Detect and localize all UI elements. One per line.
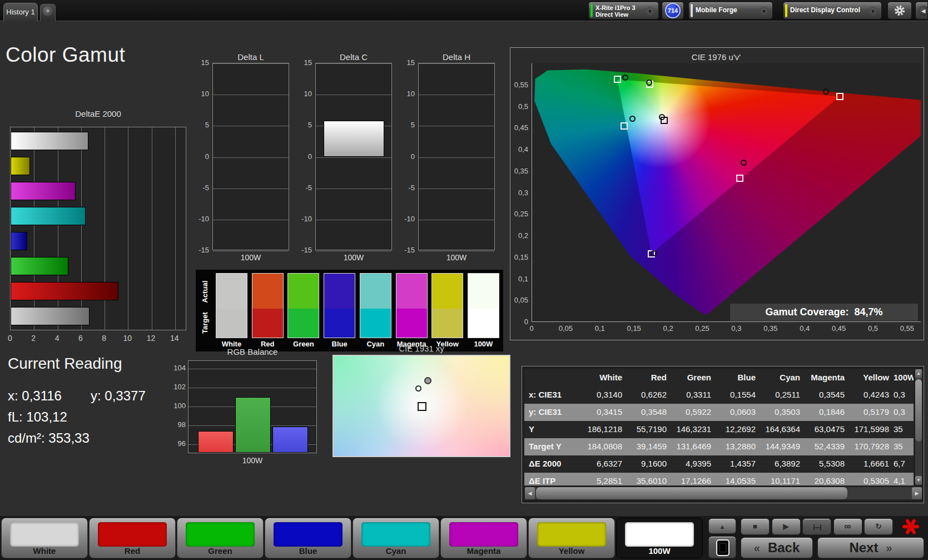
plus-icon: +: [43, 6, 53, 16]
deltae2000-title: DeltaE 2000: [10, 109, 186, 118]
bar-red: [198, 431, 234, 453]
vscroll-handle[interactable]: [915, 379, 922, 442]
target-cyan: [621, 122, 628, 130]
gridline: [188, 369, 316, 369]
cell: 10,1171: [760, 476, 800, 485]
column-header-red: Red: [627, 373, 667, 382]
tab-history-1[interactable]: History 1: [3, 3, 38, 21]
pattern-button-yellow[interactable]: Yellow: [528, 518, 615, 558]
pattern-button-blue[interactable]: Blue: [265, 518, 351, 558]
source-dropdown[interactable]: Mobile Forge ▼: [688, 2, 773, 19]
scroll-right-button[interactable]: ▶: [912, 487, 922, 499]
column-header-magenta: Magenta: [805, 373, 845, 382]
chevron-down-icon: ▼: [868, 7, 878, 17]
meter-name: X-Rite i1Pro 3Direct View: [595, 4, 636, 18]
table-hscrollbar[interactable]: ◀▶: [524, 487, 922, 500]
cell: 0,3: [894, 407, 914, 417]
pattern-swatch: [186, 522, 255, 547]
table-vscrollbar[interactable]: ▲▼: [915, 369, 922, 485]
measured-green: [622, 75, 628, 81]
axis-tick-label: 0,45: [828, 324, 850, 333]
delta_h-title: Delta H: [418, 52, 495, 62]
actual-row-label: Actual: [201, 275, 209, 309]
target-swatch: [288, 309, 319, 338]
scroll-up-button[interactable]: ▲: [915, 369, 922, 378]
pattern-button-magenta[interactable]: Magenta: [440, 518, 527, 558]
add-tab-button[interactable]: +: [40, 4, 56, 21]
pattern-button-red[interactable]: Red: [89, 518, 176, 558]
cell: 144,9349: [760, 442, 800, 451]
infinity-button[interactable]: ∞: [833, 518, 862, 535]
pattern-label: Green: [177, 546, 263, 556]
display-control-status-stripe: [785, 4, 787, 17]
axis-tick-label: 0: [3, 334, 17, 343]
stop-button[interactable]: ■: [741, 518, 770, 535]
reading-count-badge: 714: [665, 3, 681, 18]
measured-yellow: [646, 80, 652, 86]
settings-button[interactable]: [887, 2, 912, 19]
hscroll-handle[interactable]: [536, 487, 847, 499]
window-pattern-icon: [716, 539, 730, 556]
stop-session-button[interactable]: [896, 516, 925, 537]
display-control-dropdown[interactable]: Direct Display Control ▼: [783, 2, 882, 19]
axis-tick-label: 0,1: [510, 275, 528, 283]
axis-tick-label: 0: [190, 152, 209, 161]
rgb-balance-plot: [188, 360, 317, 453]
actual-swatch: [360, 274, 391, 309]
pattern-button-white[interactable]: White: [1, 518, 88, 558]
gridline: [213, 251, 289, 251]
next-button[interactable]: Next»: [817, 537, 924, 558]
axis-tick-label: -15: [396, 246, 415, 254]
axis-tick-label: -5: [190, 184, 209, 192]
cell: 0,5922: [671, 407, 711, 417]
cell: 0,3503: [760, 407, 800, 417]
cell: 4,1: [894, 476, 914, 485]
cell: 6,7: [894, 459, 914, 468]
pattern-window-mode-button[interactable]: [708, 536, 736, 558]
gridline: [419, 63, 494, 64]
measurement-table: WhiteRedGreenBlueCyanMagentaYellow100Wx:…: [524, 369, 914, 485]
axis-tick-label: -10: [396, 215, 415, 223]
axis-tick-label: 0,15: [510, 253, 528, 261]
gridline: [213, 189, 289, 189]
back-button[interactable]: «Back: [741, 537, 813, 558]
meter-dropdown[interactable]: X-Rite i1Pro 3Direct View ▼: [588, 2, 659, 19]
pattern-button-100w[interactable]: 100W: [616, 518, 703, 558]
cell: 13,2880: [716, 442, 756, 451]
cell: 0,3311: [671, 390, 711, 399]
axis-tick-label: 96: [165, 439, 186, 448]
scroll-patterns-up-button[interactable]: ▲: [708, 518, 736, 534]
pattern-button-green[interactable]: Green: [177, 518, 264, 558]
loop-button[interactable]: ↻: [864, 518, 893, 535]
interval-button[interactable]: [802, 518, 831, 535]
table-header-row: WhiteRedGreenBlueCyanMagentaYellow100W: [524, 369, 914, 386]
collapse-panel-button[interactable]: ◀: [915, 2, 928, 19]
bar-white: [11, 132, 88, 150]
cell: 35: [894, 424, 914, 434]
pattern-button-cyan[interactable]: Cyan: [353, 518, 439, 558]
gridline: [152, 127, 152, 330]
cell: 35,6010: [627, 476, 667, 485]
measured-blue: [651, 250, 657, 256]
back-label: Back: [768, 540, 800, 556]
pattern-swatch: [625, 522, 694, 547]
axis-tick-label: 0,55: [510, 81, 528, 89]
swatch-pair-yellow: [431, 273, 463, 338]
axis-tick-label: 0,35: [510, 167, 528, 175]
play-button[interactable]: ▶: [772, 518, 801, 535]
scroll-left-button[interactable]: ◀: [525, 487, 535, 499]
actual-swatch: [396, 274, 427, 309]
gridline: [213, 126, 289, 126]
axis-tick-label: 0,5: [862, 324, 884, 333]
axis-tick-label: 102: [165, 383, 186, 391]
table-row: Y186,121855,7190146,323112,2692164,63646…: [524, 421, 914, 438]
cell: 17,1266: [671, 476, 711, 485]
axis-tick-label: 15: [190, 58, 209, 67]
axis-tick-label: 0: [293, 152, 312, 161]
cell: 0,3415: [582, 407, 622, 417]
column-header-blue: Blue: [716, 373, 756, 382]
cell: 171,5998: [849, 424, 889, 434]
cie1931-plot: [333, 355, 510, 457]
cie1976-panel: CIE 1976 u'v' Gamut Coverage: 84,7% 0,55…: [510, 47, 924, 340]
scroll-down-button[interactable]: ▼: [915, 476, 922, 485]
